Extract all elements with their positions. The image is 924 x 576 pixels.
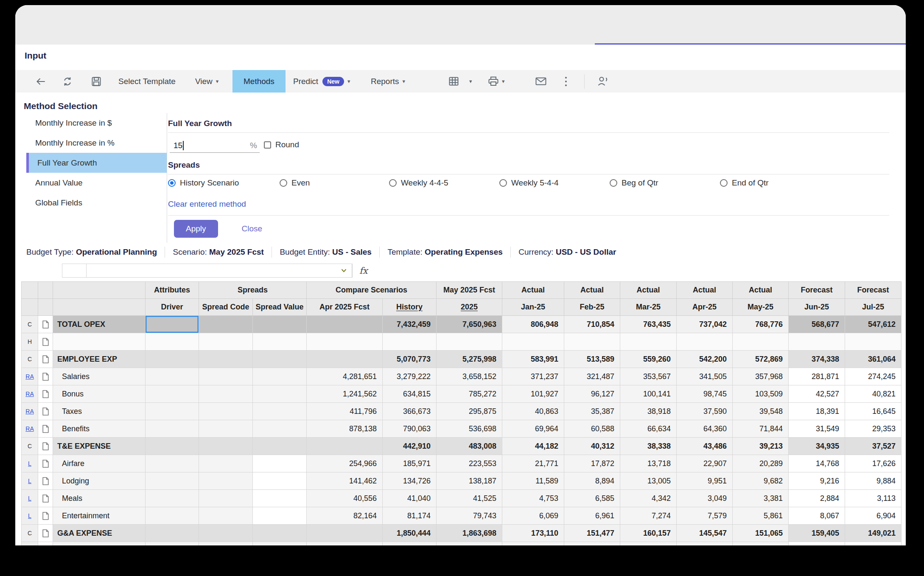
sidebar-item-monthly-increase-in[interactable]: Monthly Increase in % — [26, 133, 167, 153]
grid-cell[interactable]: 442,910 — [383, 438, 437, 455]
grid-cell[interactable]: 13,005 — [620, 472, 677, 490]
grid-cell[interactable] — [146, 438, 199, 455]
grid-cell[interactable]: 138,187 — [437, 472, 502, 490]
grid-cell[interactable]: 40,863 — [502, 403, 564, 420]
grid-cell[interactable]: 60,588 — [564, 420, 620, 438]
grid-cell[interactable] — [253, 455, 307, 472]
row-tag-cell[interactable]: RA — [22, 403, 38, 420]
grid-cell[interactable]: 9,951 — [677, 472, 733, 490]
grid-cell[interactable]: 29,353 — [845, 420, 902, 438]
grid-cell[interactable]: 141,462 — [307, 472, 383, 490]
grid-cell[interactable]: 13,718 — [620, 455, 677, 472]
spread-option-beg-of-qtr[interactable]: Beg of Qtr — [610, 178, 658, 188]
row-name-cell[interactable]: T&E EXPENSE — [53, 438, 146, 455]
grid-cell[interactable] — [620, 333, 677, 351]
grid-cell[interactable]: 9,682 — [733, 472, 789, 490]
column-header-history[interactable]: History — [383, 299, 437, 316]
grid-cell[interactable]: 20,289 — [733, 455, 789, 472]
grid-cell[interactable]: 536,698 — [437, 420, 502, 438]
grid-cell[interactable]: 483,008 — [437, 438, 502, 455]
grid-cell[interactable]: 38,338 — [620, 438, 677, 455]
row-doc-cell[interactable] — [38, 507, 53, 525]
grid-cell[interactable]: 100,141 — [620, 385, 677, 403]
row-name-cell[interactable]: Benefits — [53, 420, 146, 438]
grid-cell[interactable]: 66,634 — [620, 420, 677, 438]
grid-cell[interactable]: 6,585 — [564, 490, 620, 507]
grid-cell[interactable]: 37,590 — [677, 403, 733, 420]
row-name-cell[interactable]: Taxes — [53, 403, 146, 420]
grid-cell[interactable]: 790,063 — [383, 420, 437, 438]
grid-cell[interactable]: 559,260 — [620, 351, 677, 368]
round-checkbox[interactable] — [264, 141, 271, 149]
grid-cell[interactable] — [253, 351, 307, 368]
grid-cell[interactable]: 43,486 — [677, 438, 733, 455]
grid-cell[interactable] — [253, 507, 307, 525]
row-tag-cell[interactable]: L — [22, 472, 38, 490]
grid-cell[interactable] — [146, 333, 199, 351]
grid-cell[interactable]: 39,213 — [733, 438, 789, 455]
methods-button-active[interactable]: Methods — [232, 70, 286, 93]
grid-view-icon[interactable] — [449, 70, 459, 93]
grid-cell[interactable]: 17,872 — [564, 455, 620, 472]
grid-cell[interactable] — [146, 420, 199, 438]
row-doc-cell[interactable] — [38, 368, 53, 385]
grid-cell[interactable]: 737,042 — [677, 316, 733, 333]
row-tag-link[interactable]: L — [28, 478, 31, 484]
grid-cell[interactable] — [199, 420, 253, 438]
radio-icon[interactable] — [499, 179, 507, 187]
row-doc-cell[interactable] — [38, 403, 53, 420]
grid-cell[interactable]: 151,477 — [564, 525, 620, 542]
grid-cell[interactable]: 4,281,651 — [307, 368, 383, 385]
grid-cell[interactable]: 82,164 — [307, 507, 383, 525]
row-name-cell[interactable]: Entertainment — [53, 507, 146, 525]
grid-cell[interactable]: 274,245 — [845, 368, 902, 385]
row-doc-cell[interactable] — [38, 490, 53, 507]
row-name-cell[interactable]: G&A EXPENSE — [53, 525, 146, 542]
radio-icon[interactable] — [610, 179, 617, 187]
grid-cell[interactable] — [199, 333, 253, 351]
grid-cell[interactable] — [502, 333, 564, 351]
grid-cell[interactable]: 321,487 — [564, 368, 620, 385]
row-tag-cell[interactable]: L — [22, 507, 38, 525]
grid-view-caret[interactable]: ▾ — [466, 70, 472, 93]
back-button[interactable] — [36, 70, 45, 93]
row-tag-link[interactable]: RA — [25, 408, 34, 415]
grid-cell[interactable]: 64,360 — [677, 420, 733, 438]
grid-cell[interactable]: 4,753 — [502, 490, 564, 507]
grid-cell[interactable] — [146, 403, 199, 420]
grid-cell[interactable] — [733, 333, 789, 351]
grid-cell[interactable]: 366,673 — [383, 403, 437, 420]
grid-cell[interactable] — [437, 333, 502, 351]
grid-cell[interactable]: 134,726 — [383, 472, 437, 490]
grid-cell[interactable] — [199, 316, 253, 333]
grid-cell[interactable]: 21,771 — [502, 455, 564, 472]
grid-cell[interactable] — [253, 472, 307, 490]
grid-cell[interactable]: 361,064 — [845, 351, 902, 368]
grid-cell[interactable]: 411,796 — [307, 403, 383, 420]
save-icon[interactable] — [92, 70, 101, 93]
grid-cell[interactable]: 6,069 — [502, 507, 564, 525]
row-tag-cell[interactable]: RA — [22, 385, 38, 403]
view-dropdown[interactable]: View ▾ — [195, 70, 218, 93]
grid-cell[interactable] — [253, 525, 307, 542]
grid-cell[interactable] — [199, 472, 253, 490]
grid-cell[interactable] — [307, 525, 383, 542]
grid-cell[interactable]: 40,312 — [564, 438, 620, 455]
grid-cell[interactable]: 31,549 — [789, 420, 845, 438]
grid-cell[interactable] — [146, 490, 199, 507]
row-tag-link[interactable]: RA — [25, 425, 34, 432]
grid-cell[interactable]: 6,904 — [845, 507, 902, 525]
radio-icon[interactable] — [720, 179, 728, 187]
grid-cell[interactable]: 22,907 — [677, 455, 733, 472]
grid-cell[interactable]: 5,861 — [733, 507, 789, 525]
formula-dropdown[interactable] — [86, 264, 352, 278]
grid-cell[interactable] — [146, 507, 199, 525]
growth-value-input[interactable]: 15 % — [170, 138, 260, 153]
round-option[interactable]: Round — [264, 140, 299, 149]
row-doc-cell[interactable] — [38, 316, 53, 333]
grid-cell[interactable]: 41,525 — [437, 490, 502, 507]
grid-cell[interactable]: 568,677 — [789, 316, 845, 333]
print-dropdown[interactable]: ▾ — [488, 70, 505, 93]
grid-cell[interactable]: 768,776 — [733, 316, 789, 333]
grid-cell[interactable] — [146, 316, 199, 333]
